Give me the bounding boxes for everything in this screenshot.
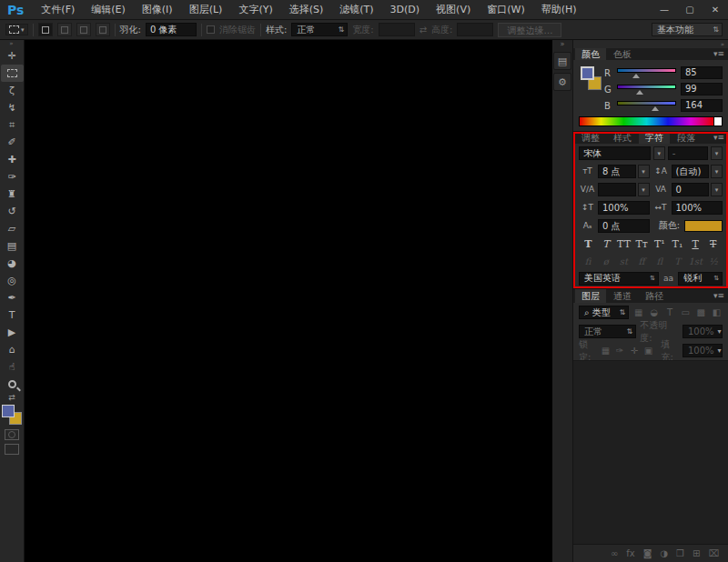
- eraser-tool[interactable]: ▱: [1, 220, 24, 237]
- leading-input[interactable]: (自动): [672, 165, 710, 178]
- zoom-tool[interactable]: [1, 376, 24, 393]
- underline-button[interactable]: T: [688, 238, 703, 250]
- delete-layer-icon[interactable]: ⌧: [708, 548, 719, 558]
- language-select[interactable]: 美国英语 ⇅: [579, 272, 659, 286]
- new-layer-icon[interactable]: ⊞: [693, 548, 700, 558]
- vertical-scale-input[interactable]: 100%: [598, 201, 650, 215]
- panel-menu-icon[interactable]: ▾≡: [713, 289, 726, 303]
- text-color-swatch[interactable]: [684, 220, 723, 232]
- font-style-dropdown[interactable]: ▾: [711, 146, 723, 160]
- menu-view[interactable]: 视图(V): [428, 0, 479, 19]
- style-select[interactable]: 正常 ⇅: [291, 23, 348, 36]
- toolbar-collapse-icon[interactable]: »: [0, 40, 24, 47]
- fill-input[interactable]: 100% ▾: [682, 344, 723, 357]
- menu-window[interactable]: 窗口(W): [479, 0, 532, 19]
- font-style-input[interactable]: -: [668, 146, 708, 160]
- stylistic-alternates-button[interactable]: ﬂ: [652, 256, 667, 266]
- red-slider-track[interactable]: [617, 68, 676, 73]
- layers-list[interactable]: [573, 360, 728, 544]
- lock-pixels-icon[interactable]: ✑: [614, 346, 625, 356]
- tab-swatches[interactable]: 色板: [607, 48, 638, 60]
- foreground-color-swatch[interactable]: [581, 66, 594, 80]
- blue-slider-track[interactable]: [617, 101, 676, 105]
- swash-button[interactable]: ﬀ: [634, 256, 649, 266]
- tracking-input[interactable]: 0: [672, 183, 710, 196]
- swap-colors-icon[interactable]: ⇄: [8, 393, 15, 404]
- red-slider[interactable]: [617, 66, 676, 79]
- menu-image[interactable]: 图像(I): [134, 0, 181, 19]
- ps-logo[interactable]: Ps: [0, 0, 33, 20]
- green-slider-thumb[interactable]: [636, 90, 643, 95]
- font-size-input[interactable]: 8 点: [598, 165, 636, 178]
- panel-menu-icon[interactable]: ▾≡: [713, 48, 726, 60]
- red-slider-thumb[interactable]: [632, 74, 640, 78]
- filter-pixel-layers-icon[interactable]: ▦: [632, 307, 644, 317]
- type-tool[interactable]: T: [1, 306, 24, 324]
- screen-mode-button[interactable]: [5, 444, 19, 455]
- superscript-button[interactable]: T¹: [652, 238, 668, 250]
- quick-mask-button[interactable]: [5, 429, 19, 440]
- brush-tool[interactable]: ✑: [1, 168, 24, 186]
- new-group-icon[interactable]: ❒: [676, 548, 684, 558]
- eyedropper-tool[interactable]: ✐: [1, 134, 24, 151]
- ordinals-button[interactable]: 1st: [688, 256, 703, 266]
- lock-all-icon[interactable]: ▣: [643, 346, 654, 356]
- contextual-alternates-button[interactable]: ø: [599, 256, 613, 266]
- width-input[interactable]: [379, 23, 415, 36]
- kerning-dropdown[interactable]: ▾: [638, 183, 650, 196]
- titling-alternates-button[interactable]: T: [671, 256, 685, 266]
- menu-type[interactable]: 文字(Y): [230, 0, 280, 19]
- spot-healing-brush-tool[interactable]: ✚: [1, 151, 24, 168]
- adjustment-layer-icon[interactable]: ◑: [660, 548, 668, 558]
- maximize-button[interactable]: ▢: [677, 0, 703, 19]
- tab-styles[interactable]: 样式: [607, 132, 638, 144]
- magic-wand-tool[interactable]: ↯: [1, 99, 24, 116]
- subscript-button[interactable]: T₁: [670, 238, 685, 250]
- kerning-input[interactable]: [598, 183, 636, 196]
- antialias-select[interactable]: 锐利 ⇅: [678, 272, 723, 286]
- filter-toggle-icon[interactable]: ◧: [711, 307, 723, 317]
- panel-menu-icon[interactable]: ▾≡: [713, 132, 726, 144]
- properties-panel-button[interactable]: ⚙: [553, 73, 571, 91]
- menu-select[interactable]: 选择(S): [281, 0, 332, 19]
- menu-help[interactable]: 帮助(H): [533, 0, 585, 19]
- intersect-selection-button[interactable]: [96, 23, 110, 36]
- red-value-input[interactable]: 85: [681, 66, 723, 79]
- blur-tool[interactable]: ◕: [1, 255, 24, 272]
- tab-layers[interactable]: 图层: [575, 289, 606, 303]
- filter-smart-objects-icon[interactable]: ▩: [695, 307, 707, 317]
- feather-input[interactable]: 0 像素: [146, 23, 197, 36]
- pen-tool[interactable]: ✒: [1, 289, 24, 306]
- dock-collapse-icon[interactable]: »: [721, 41, 724, 48]
- green-slider-track[interactable]: [617, 85, 676, 89]
- crop-tool[interactable]: ⌗: [1, 116, 24, 134]
- opacity-input[interactable]: 100% ▾: [682, 325, 723, 338]
- path-selection-tool[interactable]: ▶: [1, 324, 24, 341]
- tab-character[interactable]: 字符: [639, 132, 670, 144]
- color-spectrum-ramp[interactable]: [579, 116, 714, 126]
- faux-italic-button[interactable]: T: [599, 238, 614, 250]
- fractions-button[interactable]: ½: [706, 256, 721, 266]
- close-button[interactable]: ✕: [703, 0, 728, 19]
- tab-channels[interactable]: 通道: [607, 289, 638, 303]
- baseline-shift-input[interactable]: 0 点: [598, 219, 650, 233]
- menu-edit[interactable]: 编辑(E): [83, 0, 134, 19]
- blue-slider[interactable]: [617, 99, 676, 112]
- blue-slider-thumb[interactable]: [652, 106, 659, 111]
- blend-mode-select[interactable]: 正常 ⇅: [579, 325, 636, 338]
- minimize-button[interactable]: —: [652, 0, 677, 19]
- leading-dropdown[interactable]: ▾: [711, 165, 723, 178]
- add-to-selection-button[interactable]: [57, 23, 72, 36]
- layer-filter-select[interactable]: ⌕ 类型 ⇅: [579, 306, 629, 319]
- lasso-tool[interactable]: ζ: [1, 82, 24, 99]
- move-tool[interactable]: ✛: [1, 47, 24, 65]
- lock-position-icon[interactable]: ✛: [629, 346, 640, 356]
- tab-color[interactable]: 颜色: [575, 48, 606, 60]
- ligatures-button[interactable]: fi: [581, 256, 595, 266]
- horizontal-scale-input[interactable]: 100%: [672, 201, 723, 215]
- font-family-dropdown[interactable]: ▾: [653, 146, 665, 160]
- strikethrough-button[interactable]: T: [705, 238, 721, 250]
- faux-bold-button[interactable]: T: [581, 238, 596, 250]
- filter-shape-layers-icon[interactable]: ▭: [680, 307, 692, 317]
- menu-filter[interactable]: 滤镜(T): [331, 0, 381, 19]
